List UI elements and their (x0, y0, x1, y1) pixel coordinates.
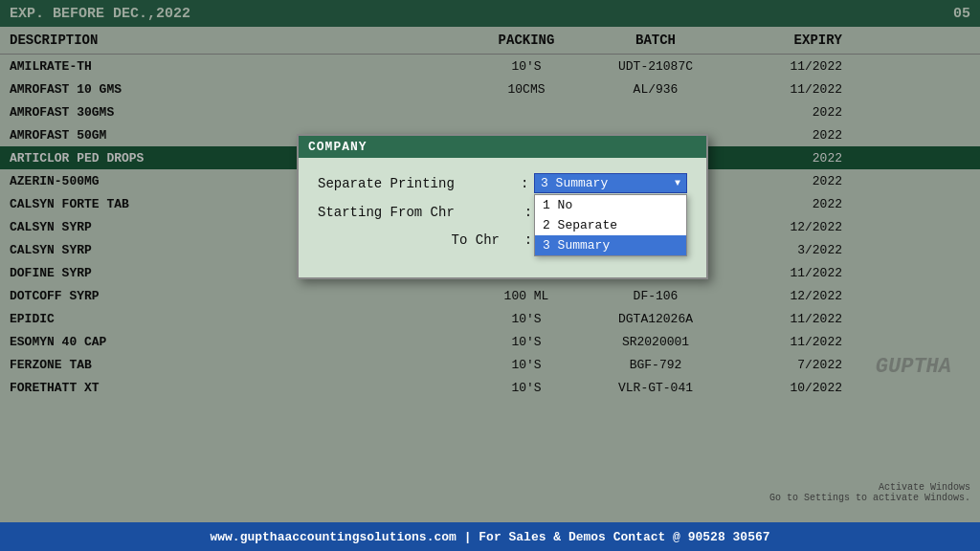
dropdown-list[interactable]: 1 No 2 Separate 3 Summary (534, 194, 687, 256)
modal-overlay: COMPANY Separate Printing : 3 Summary ▼ … (0, 0, 980, 551)
dialog-title: COMPANY (299, 136, 706, 158)
dialog-row-separate-printing: Separate Printing : 3 Summary ▼ 1 No 2 S… (318, 173, 687, 193)
dropdown-option-1-no[interactable]: 1 No (535, 195, 686, 215)
label-starting-from: Starting From Chr (318, 205, 519, 220)
footer-bar: www.gupthaaccountingsolutions.com | For … (0, 522, 980, 551)
company-dialog: COMPANY Separate Printing : 3 Summary ▼ … (297, 134, 708, 279)
dropdown-option-2-separate[interactable]: 2 Separate (535, 215, 686, 235)
dropdown-separate-printing[interactable]: 3 Summary ▼ (534, 173, 687, 193)
dialog-body: Separate Printing : 3 Summary ▼ 1 No 2 S… (299, 158, 706, 277)
value-separate-printing[interactable]: 3 Summary ▼ 1 No 2 Separate 3 Summary (534, 173, 687, 193)
colon-1: : (515, 176, 534, 191)
dropdown-option-3-summary[interactable]: 3 Summary (535, 235, 686, 255)
dropdown-arrow-icon: ▼ (675, 178, 680, 188)
selected-value: 3 Summary (541, 176, 608, 190)
label-to-chr: To Chr (318, 232, 519, 248)
label-separate-printing: Separate Printing (318, 176, 515, 191)
footer-text: www.gupthaaccountingsolutions.com | For … (210, 530, 769, 544)
